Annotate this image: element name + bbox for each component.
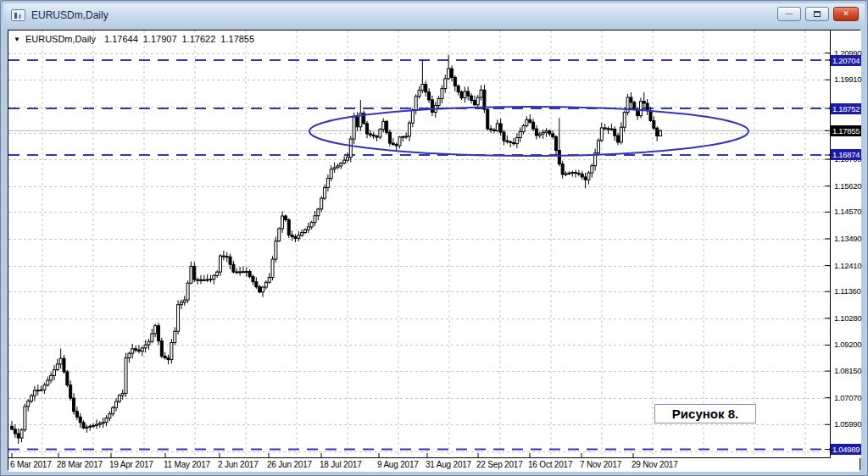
plot-area[interactable] xyxy=(8,30,830,457)
time-scale[interactable]: 6 Mar 201728 Mar 201719 Apr 201711 May 2… xyxy=(8,459,860,472)
candle[interactable] xyxy=(337,163,339,169)
candle[interactable] xyxy=(317,208,320,219)
candle[interactable] xyxy=(79,413,81,428)
candle[interactable] xyxy=(50,372,53,383)
candle[interactable] xyxy=(369,130,371,138)
candle[interactable] xyxy=(225,252,228,263)
candle[interactable] xyxy=(98,421,101,428)
candle[interactable] xyxy=(135,346,137,352)
candle[interactable] xyxy=(56,359,58,372)
candle[interactable] xyxy=(356,112,359,130)
candle[interactable] xyxy=(259,285,261,293)
candle[interactable] xyxy=(209,275,212,283)
candle[interactable] xyxy=(643,92,645,108)
candle[interactable] xyxy=(333,163,336,173)
candle[interactable] xyxy=(213,274,215,285)
candle[interactable] xyxy=(386,120,388,135)
candle[interactable] xyxy=(346,152,348,163)
candle[interactable] xyxy=(180,300,182,309)
candle[interactable] xyxy=(115,398,118,411)
candle[interactable] xyxy=(53,365,55,380)
candle[interactable] xyxy=(24,404,26,432)
candle[interactable] xyxy=(575,169,577,177)
candle[interactable] xyxy=(262,286,264,297)
candle[interactable] xyxy=(620,122,622,144)
candle[interactable] xyxy=(141,346,143,356)
candle[interactable] xyxy=(86,425,88,433)
candle[interactable] xyxy=(470,93,473,103)
candle[interactable] xyxy=(137,345,140,353)
candlestick-series[interactable] xyxy=(11,55,662,444)
candle[interactable] xyxy=(522,124,525,134)
candle[interactable] xyxy=(577,170,580,176)
candle[interactable] xyxy=(108,411,111,421)
restore-button[interactable] xyxy=(805,7,829,21)
candle[interactable] xyxy=(75,407,78,420)
candle[interactable] xyxy=(372,132,375,139)
candle[interactable] xyxy=(490,125,492,133)
candle[interactable] xyxy=(581,171,583,180)
candle[interactable] xyxy=(63,355,65,374)
candle[interactable] xyxy=(506,136,509,144)
candle[interactable] xyxy=(552,130,554,139)
candle[interactable] xyxy=(242,267,244,274)
candle[interactable] xyxy=(252,274,254,285)
candle[interactable] xyxy=(656,126,659,141)
candle[interactable] xyxy=(170,339,173,363)
candle[interactable] xyxy=(314,211,316,226)
candle[interactable] xyxy=(197,278,199,285)
candle[interactable] xyxy=(229,253,231,268)
candle[interactable] xyxy=(610,124,613,130)
candle[interactable] xyxy=(11,421,14,430)
candle[interactable] xyxy=(437,96,440,108)
candle[interactable] xyxy=(183,296,186,306)
candle[interactable] xyxy=(513,138,515,146)
candle[interactable] xyxy=(125,353,127,397)
candle[interactable] xyxy=(14,424,16,438)
candle[interactable] xyxy=(92,423,95,428)
candle[interactable] xyxy=(594,149,597,171)
candle[interactable] xyxy=(128,351,131,363)
candle[interactable] xyxy=(112,406,114,416)
candle[interactable] xyxy=(587,171,590,185)
candle[interactable] xyxy=(409,120,411,141)
candle[interactable] xyxy=(526,116,528,127)
candle[interactable] xyxy=(216,270,219,278)
candle[interactable] xyxy=(157,323,159,346)
candle[interactable] xyxy=(343,156,346,164)
candle[interactable] xyxy=(206,274,209,282)
candle[interactable] xyxy=(154,324,157,337)
candle[interactable] xyxy=(614,126,616,141)
candle[interactable] xyxy=(301,230,303,237)
candle[interactable] xyxy=(519,127,521,141)
candle[interactable] xyxy=(118,394,120,403)
candle[interactable] xyxy=(307,223,309,233)
candle[interactable] xyxy=(431,96,433,116)
candle[interactable] xyxy=(529,114,531,124)
candle[interactable] xyxy=(268,273,270,284)
figure-label-box[interactable]: Рисунок 8. xyxy=(654,404,756,423)
candle[interactable] xyxy=(82,420,85,429)
candle[interactable] xyxy=(600,123,603,142)
candle[interactable] xyxy=(591,163,593,178)
candle[interactable] xyxy=(421,60,424,93)
candle[interactable] xyxy=(453,75,456,91)
candle[interactable] xyxy=(630,92,632,107)
candle[interactable] xyxy=(558,118,560,166)
candle[interactable] xyxy=(532,119,535,130)
candle[interactable] xyxy=(428,88,431,102)
candle[interactable] xyxy=(584,173,587,188)
candle[interactable] xyxy=(287,219,290,238)
candle[interactable] xyxy=(31,394,33,403)
candle[interactable] xyxy=(646,99,648,115)
candle[interactable] xyxy=(248,269,251,279)
candle[interactable] xyxy=(418,86,420,98)
candle[interactable] xyxy=(460,90,463,100)
candle[interactable] xyxy=(617,133,620,145)
candle[interactable] xyxy=(487,108,489,130)
candle[interactable] xyxy=(330,165,332,181)
candle[interactable] xyxy=(388,130,391,147)
candle[interactable] xyxy=(20,429,23,443)
candle[interactable] xyxy=(59,348,62,368)
candle[interactable] xyxy=(626,94,629,115)
